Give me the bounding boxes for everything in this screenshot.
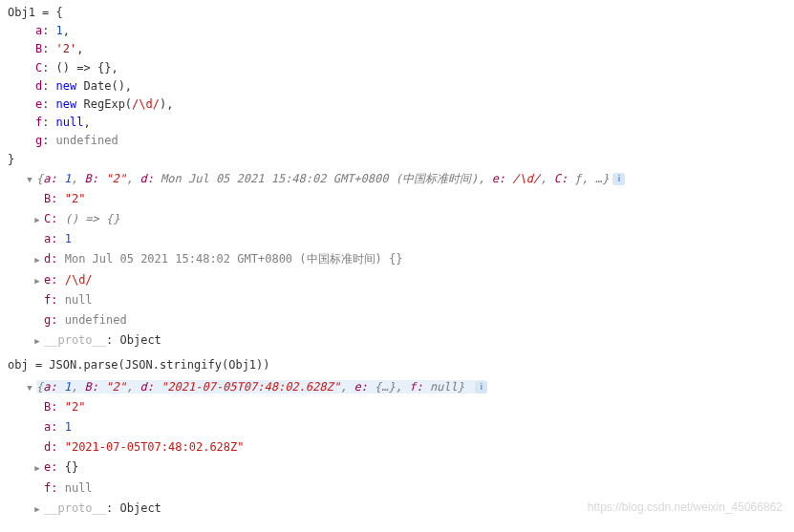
obj1-prop-g[interactable]: g: undefined [8, 310, 786, 330]
obj1-prop-a[interactable]: a: 1 [8, 229, 786, 249]
watermark: https://blog.csdn.net/weixin_45066862 [588, 499, 783, 517]
obj2-prop-f[interactable]: f: null [8, 479, 786, 499]
source-code: Obj1 = { a: 1, B: '2', C: () => {}, d: n… [8, 4, 786, 169]
info-icon[interactable]: i [475, 381, 487, 394]
obj2-prop-a[interactable]: a: 1 [8, 417, 786, 437]
chevron-right-icon[interactable] [32, 250, 42, 268]
obj2-summary-row[interactable]: {a: 1, B: "2", d: "2021-07-05T07:48:02.6… [8, 377, 786, 397]
obj2-prop-B[interactable]: B: "2" [8, 397, 786, 417]
info-icon[interactable]: i [612, 173, 625, 185]
expand-icon[interactable] [25, 378, 34, 396]
parse-expression: obj = JSON.parse(JSON.stringify(Obj1)) [8, 356, 786, 374]
chevron-right-icon[interactable] [32, 458, 42, 477]
obj1-prop-B[interactable]: B: "2" [8, 189, 786, 209]
chevron-right-icon[interactable] [32, 500, 42, 518]
obj1-prop-e[interactable]: e: /\d/ [8, 270, 786, 290]
chevron-right-icon[interactable] [32, 210, 42, 228]
chevron-right-icon[interactable] [32, 271, 42, 289]
obj1-proto[interactable]: __proto__: Object [8, 330, 786, 351]
obj1-prop-C[interactable]: C: () => {} [8, 209, 786, 229]
obj1-prop-d[interactable]: d: Mon Jul 05 2021 15:48:02 GMT+0800 (中国… [8, 249, 786, 269]
chevron-right-icon[interactable] [32, 331, 42, 350]
expand-icon[interactable] [25, 170, 34, 188]
obj1-summary-row[interactable]: {a: 1, B: "2", d: Mon Jul 05 2021 15:48:… [8, 169, 786, 189]
obj2-prop-e[interactable]: e: {} [8, 458, 786, 478]
obj1-prop-f[interactable]: f: null [8, 290, 786, 310]
obj2-prop-d[interactable]: d: "2021-07-05T07:48:02.628Z" [8, 437, 786, 458]
